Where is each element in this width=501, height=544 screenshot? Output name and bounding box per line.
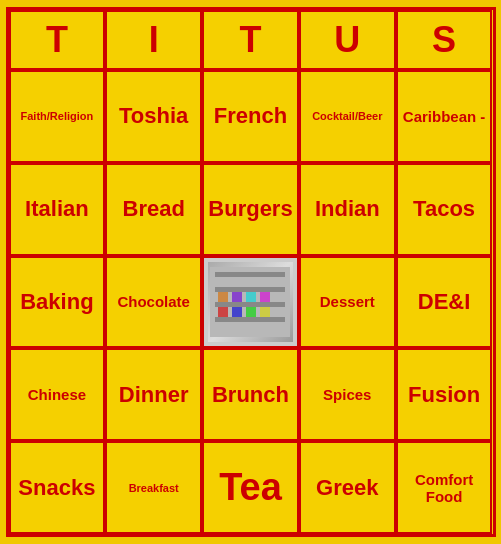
cell-4-4: Comfort Food [396, 441, 493, 534]
cell-4-3: Greek [299, 441, 396, 534]
cell-2-0: Baking [9, 256, 106, 349]
cell-text-0-2: French [214, 103, 287, 129]
svg-rect-7 [246, 307, 256, 317]
cell-text-3-1: Dinner [119, 382, 189, 408]
header-letter-T-0: T [9, 10, 106, 70]
cell-3-1: Dinner [105, 348, 202, 441]
cell-text-4-3: Greek [316, 475, 378, 501]
cell-text-0-0: Faith/Religion [21, 110, 94, 122]
grid: Faith/ReligionToshiaFrenchCocktail/BeerC… [9, 70, 493, 534]
header-letter-U-3: U [299, 10, 396, 70]
svg-rect-11 [246, 292, 256, 302]
cell-0-4: Caribbean - [396, 70, 493, 163]
cell-2-2 [202, 256, 299, 349]
cell-1-2: Burgers [202, 163, 299, 256]
cell-text-3-3: Spices [323, 386, 371, 403]
header-row: TITUS [9, 10, 493, 70]
cell-text-0-3: Cocktail/Beer [312, 110, 382, 122]
svg-rect-3 [215, 287, 285, 292]
cell-text-0-1: Toshia [119, 103, 188, 129]
svg-rect-5 [218, 307, 228, 317]
row-0: Faith/ReligionToshiaFrenchCocktail/BeerC… [9, 70, 493, 163]
cell-1-1: Bread [105, 163, 202, 256]
cell-text-1-3: Indian [315, 196, 380, 222]
cell-2-1: Chocolate [105, 256, 202, 349]
cell-text-2-1: Chocolate [117, 293, 190, 310]
cell-2-3: Dessert [299, 256, 396, 349]
cell-3-2: Brunch [202, 348, 299, 441]
cell-1-0: Italian [9, 163, 106, 256]
row-1: ItalianBreadBurgersIndianTacos [9, 163, 493, 256]
cell-1-4: Tacos [396, 163, 493, 256]
row-4: SnacksBreakfastTeaGreekComfort Food [9, 441, 493, 534]
cell-text-4-2: Tea [219, 466, 282, 509]
cell-4-2: Tea [202, 441, 299, 534]
cell-0-3: Cocktail/Beer [299, 70, 396, 163]
cell-text-4-4: Comfort Food [402, 471, 487, 505]
cell-text-4-0: Snacks [18, 475, 95, 501]
cell-text-2-4: DE&I [418, 289, 471, 315]
cell-text-2-0: Baking [20, 289, 93, 315]
cell-0-1: Toshia [105, 70, 202, 163]
cell-text-3-0: Chinese [28, 386, 86, 403]
cell-text-1-2: Burgers [208, 196, 292, 222]
svg-rect-6 [232, 307, 242, 317]
bingo-card: TITUS Faith/ReligionToshiaFrenchCocktail… [6, 7, 496, 537]
svg-rect-1 [215, 317, 285, 322]
cell-3-3: Spices [299, 348, 396, 441]
svg-rect-2 [215, 302, 285, 307]
cell-4-1: Breakfast [105, 441, 202, 534]
cell-0-2: French [202, 70, 299, 163]
cell-3-0: Chinese [9, 348, 106, 441]
header-letter-I-1: I [105, 10, 202, 70]
svg-rect-4 [215, 272, 285, 277]
cell-text-2-3: Dessert [320, 293, 375, 310]
svg-rect-12 [260, 292, 270, 302]
header-letter-S-4: S [396, 10, 493, 70]
row-3: ChineseDinnerBrunchSpicesFusion [9, 348, 493, 441]
svg-rect-8 [260, 307, 270, 317]
cell-4-0: Snacks [9, 441, 106, 534]
cell-text-1-4: Tacos [413, 196, 475, 222]
cell-1-3: Indian [299, 163, 396, 256]
center-image [208, 262, 293, 343]
svg-rect-10 [232, 292, 242, 302]
cell-text-1-0: Italian [25, 196, 89, 222]
svg-rect-9 [218, 292, 228, 302]
row-2: BakingChocolate DessertDE&I [9, 256, 493, 349]
header-letter-T-2: T [202, 10, 299, 70]
cell-text-0-4: Caribbean - [403, 108, 486, 125]
cell-text-4-1: Breakfast [129, 482, 179, 494]
cell-2-4: DE&I [396, 256, 493, 349]
cell-text-3-4: Fusion [408, 382, 480, 408]
cell-3-4: Fusion [396, 348, 493, 441]
cell-text-3-2: Brunch [212, 382, 289, 408]
cell-text-1-1: Bread [123, 196, 185, 222]
cell-0-0: Faith/Religion [9, 70, 106, 163]
